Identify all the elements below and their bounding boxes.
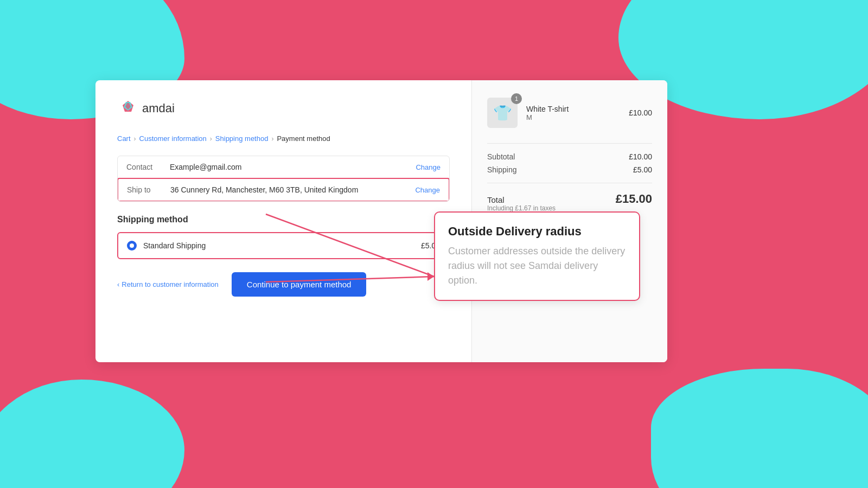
radio-inner xyxy=(130,243,134,248)
ship-to-change-link[interactable]: Change xyxy=(415,186,440,194)
radio-dot xyxy=(127,241,137,251)
back-link[interactable]: ‹ Return to customer information xyxy=(117,280,219,288)
info-table: Contact Example@gmail.com Change Ship to… xyxy=(117,156,450,202)
product-price: £10.00 xyxy=(629,108,652,117)
shipping-option-name: Standard Shipping xyxy=(143,241,421,250)
total-label: Total xyxy=(487,195,556,204)
contact-change-link[interactable]: Change xyxy=(416,163,441,171)
logo-area: amdai xyxy=(117,98,450,119)
bg-blob-bl xyxy=(0,380,184,488)
shipping-method-title: Shipping method xyxy=(117,215,450,224)
contact-label: Contact xyxy=(126,163,170,171)
callout-box: Outside Delivery radius Customer address… xyxy=(434,211,640,301)
shipping-row: Shipping £5.00 xyxy=(487,165,652,174)
divider-2 xyxy=(487,183,652,183)
contact-row: Contact Example@gmail.com Change xyxy=(118,156,449,178)
product-name: White T-shirt xyxy=(526,105,629,113)
total-price: £15.00 xyxy=(616,192,652,206)
breadcrumb-sep-2: › xyxy=(210,135,212,143)
shipping-option-standard[interactable]: Standard Shipping £5.00 xyxy=(117,232,450,259)
product-image-wrapper: 👕 1 xyxy=(487,98,518,128)
samdai-logo-icon xyxy=(117,98,139,119)
callout-text: Customer addresses outside the delivery … xyxy=(448,244,626,288)
subtotal-value: £10.00 xyxy=(629,152,652,161)
subtotal-label: Subtotal xyxy=(487,152,515,161)
shipping-label: Shipping xyxy=(487,165,517,174)
breadcrumb-sep-3: › xyxy=(271,135,273,143)
divider-1 xyxy=(487,143,652,144)
left-panel: amdai Cart › Customer information › Ship… xyxy=(95,80,472,362)
shipping-value: £5.00 xyxy=(633,165,652,174)
product-info: White T-shirt M xyxy=(526,105,629,121)
contact-value: Example@gmail.com xyxy=(170,163,416,171)
breadcrumb-sep-1: › xyxy=(134,135,136,143)
back-chevron: ‹ xyxy=(117,280,119,288)
back-link-label: Return to customer information xyxy=(122,280,218,288)
ship-to-label: Ship to xyxy=(127,185,170,194)
breadcrumb-shipping[interactable]: Shipping method xyxy=(215,134,269,143)
product-item: 👕 1 White T-shirt M £10.00 xyxy=(487,98,652,128)
product-variant: M xyxy=(526,113,629,121)
product-badge: 1 xyxy=(511,93,522,104)
total-row: Total Including £1.67 in taxes £15.00 xyxy=(487,192,652,212)
breadcrumb-cart[interactable]: Cart xyxy=(117,134,131,143)
total-tax: Including £1.67 in taxes xyxy=(487,204,556,212)
footer-actions: ‹ Return to customer information Continu… xyxy=(117,272,450,297)
breadcrumb-payment: Payment method xyxy=(277,134,330,143)
breadcrumb: Cart › Customer information › Shipping m… xyxy=(117,134,450,143)
breadcrumb-customer-info[interactable]: Customer information xyxy=(139,134,207,143)
bg-blob-br xyxy=(651,369,868,488)
ship-to-value: 36 Cunnery Rd, Manchester, M60 3TB, Unit… xyxy=(170,185,415,194)
logo-text: amdai xyxy=(142,101,175,115)
callout-title: Outside Delivery radius xyxy=(448,224,626,239)
ship-to-row: Ship to 36 Cunnery Rd, Manchester, M60 3… xyxy=(117,178,450,202)
subtotal-row: Subtotal £10.00 xyxy=(487,152,652,161)
continue-button[interactable]: Continue to payment method xyxy=(232,272,367,297)
total-left: Total Including £1.67 in taxes xyxy=(487,195,556,212)
